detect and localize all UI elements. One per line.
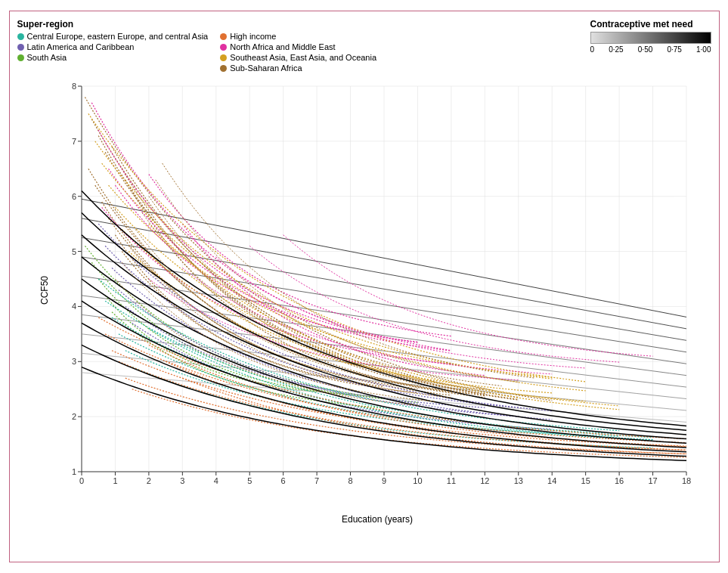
gradient-labels: 0 0·25 0·50 0·75 1·00	[590, 45, 711, 54]
x-axis-label: Education (years)	[342, 514, 413, 525]
contraceptive-legend-title: Contraceptive met need	[590, 19, 711, 29]
legend-dot-south-asia	[17, 54, 24, 61]
main-canvas	[51, 79, 694, 502]
legend-label-sub-saharan: Sub-Saharan Africa	[230, 63, 302, 73]
chart-frame: Super-region Central Europe, eastern Eur…	[9, 11, 720, 562]
gradient-label-100: 1·00	[696, 45, 711, 54]
legend-dot-high-income	[220, 33, 227, 40]
super-region-legend: Super-region Central Europe, eastern Eur…	[17, 19, 377, 74]
legend-dot-southeast-asia	[220, 54, 227, 61]
legend-label-latin-america: Latin America and Caribbean	[27, 42, 135, 51]
gradient-label-025: 0·25	[609, 45, 623, 54]
y-axis-label: CCF50	[39, 276, 50, 305]
gradient-label-075: 0·75	[667, 45, 681, 54]
gradient-bar	[590, 32, 711, 44]
legend-label-high-income: High income	[230, 32, 276, 41]
chart-area: CCF50 Education (years)	[17, 79, 711, 525]
legend-label-central-europe: Central Europe, eastern Europe, and cent…	[27, 32, 209, 41]
legend-label-southeast-asia: Southeast Asia, East Asia, and Oceania	[230, 53, 376, 62]
legend-dot-sub-saharan	[220, 65, 227, 72]
chart-wrapper: CCF50 Education (years)	[51, 79, 704, 502]
legend-area: Super-region Central Europe, eastern Eur…	[17, 19, 711, 74]
contraceptive-legend: Contraceptive met need 0 0·25 0·50 0·75 …	[590, 19, 711, 74]
legend-dot-north-africa	[220, 44, 227, 51]
legend-label-south-asia: South Asia	[27, 53, 67, 62]
super-region-legend-title: Super-region	[17, 19, 377, 29]
legend-dot-central-europe	[17, 33, 24, 40]
gradient-label-050: 0·50	[638, 45, 652, 54]
gradient-label-0: 0	[590, 45, 595, 54]
legend-dot-latin-america	[17, 44, 24, 51]
legend-label-north-africa: North Africa and Middle East	[230, 42, 335, 51]
